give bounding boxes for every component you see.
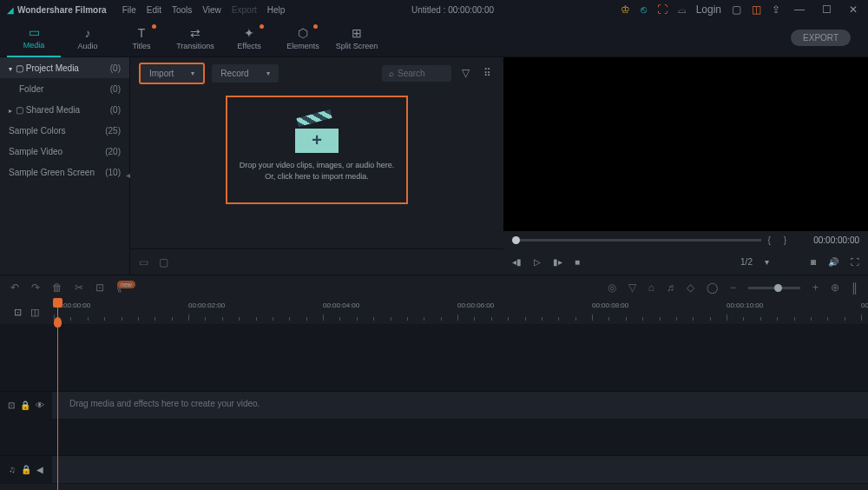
ruler-mark: 00:00:04:00 [323,301,359,309]
redo-button[interactable]: ↷ [31,281,40,294]
tab-effects[interactable]: ✦Effects [222,19,276,57]
gift-icon[interactable]: ⌓ [678,3,686,16]
menu-edit[interactable]: Edit [147,5,161,15]
collapse-sidebar-icon[interactable]: ◂ [126,170,130,180]
notification-icon[interactable]: ◫ [752,3,761,16]
ruler-mark: 00:00:06:00 [457,301,494,309]
snapshot-button[interactable]: ◙ [811,257,816,267]
fullscreen-button[interactable]: ⛶ [851,257,859,267]
import-dropdown[interactable]: Import▾ [139,63,205,84]
menu-export[interactable]: Export [232,5,257,15]
cart-icon[interactable]: ⛶ [657,3,667,16]
save-icon[interactable]: ▢ [732,3,741,16]
close-button[interactable]: ✕ [845,3,861,16]
play-button[interactable]: ▷ [534,257,541,267]
preview-video[interactable] [503,57,868,231]
record-button[interactable]: ◯ [707,281,718,294]
crop-button[interactable]: ⊡ [95,281,104,294]
preview-timecode: 00:00:00:00 [799,235,859,245]
media-icon: ▭ [29,25,40,39]
folder-icon[interactable]: ▢ [159,256,168,268]
sidebar-item-folder[interactable]: Folder(0) [0,78,129,99]
sidebar-item-sample-video[interactable]: Sample Video(20) [0,141,129,162]
maximize-button[interactable]: ☐ [819,3,835,16]
stop-button[interactable]: ■ [575,257,580,267]
zoom-out-button[interactable]: − [730,281,736,294]
keyframe-button[interactable]: ◇ [687,281,694,294]
menu-file[interactable]: File [122,5,136,15]
track-visibility-icon[interactable]: 👁 [36,401,44,410]
audio-track-1[interactable] [52,456,868,483]
mixer-button[interactable]: ♬ [667,281,674,294]
zoom-fit-button[interactable]: ⊕ [831,281,839,294]
titles-icon: T [138,26,146,40]
speed-button[interactable]: ⟪new [116,281,135,294]
record-dropdown[interactable]: Record▾ [212,64,278,83]
module-tabs: ▭Media ♪Audio TTitles ⇄Transitions ✦Effe… [0,19,868,57]
ruler-mark: 00:00:02:00 [188,301,225,309]
minimize-button[interactable]: — [791,3,808,16]
prev-frame-button[interactable]: ◂▮ [512,257,522,267]
chevron-down-icon[interactable]: ▾ [765,257,769,267]
sidebar-item-project-media[interactable]: ▾▢ Project Media(0) [0,57,129,78]
menu-tools[interactable]: Tools [172,5,192,15]
render-button[interactable]: ◎ [608,281,616,294]
chevron-down-icon: ▾ [191,70,194,77]
track-mute-icon[interactable]: ◀ [36,465,43,474]
preview-scrubber[interactable] [512,239,761,242]
next-frame-button[interactable]: ▮▸ [553,257,562,267]
account-icon[interactable]: ⇪ [772,3,780,16]
tab-elements[interactable]: ⬡Elements [276,19,330,57]
video-track-1[interactable]: Drag media and effects here to create yo… [52,392,868,419]
media-sidebar: ▾▢ Project Media(0) Folder(0) ▸▢ Shared … [0,57,130,275]
ruler-mark: 00:00:08:00 [592,301,628,309]
grid-view-icon[interactable]: ⠿ [480,67,495,79]
search-input[interactable]: ⌕Search [382,65,451,82]
project-title: Untitled : 00:00:00:00 [285,5,620,15]
timeline-settings-button[interactable]: ∥ [852,281,858,295]
voiceover-button[interactable]: ⌂ [648,281,654,294]
menu-help[interactable]: Help [267,5,286,15]
undo-button[interactable]: ↶ [10,281,19,294]
audio-track-head[interactable]: ♫🔒◀ [0,456,52,483]
split-screen-icon: ⊞ [352,26,362,40]
zoom-level[interactable]: 1/2 [740,257,753,267]
track-audio-icon[interactable]: ♫ [9,465,16,474]
mark-in-out-icon[interactable]: { } [768,235,792,245]
track-lock-icon[interactable]: 🔒 [21,465,31,474]
marker-button[interactable]: ▽ [628,281,636,294]
login-link[interactable]: Login [696,3,721,16]
timeline-view-toggle-icon[interactable]: ⊡ [14,307,22,318]
split-button[interactable]: ✂ [75,281,83,294]
volume-button[interactable]: 🔊 [828,257,838,267]
playhead[interactable] [57,300,58,490]
video-track-head[interactable]: ⊡🔒👁 [0,392,52,419]
timeline-options-icon[interactable]: ◫ [30,307,39,318]
chevron-down-icon: ▾ [266,70,270,77]
zoom-slider[interactable] [748,287,800,289]
tab-split-screen[interactable]: ⊞Split Screen [330,19,384,57]
tab-media[interactable]: ▭Media [7,19,61,57]
import-drop-zone[interactable]: + Drop your video clips, images, or audi… [226,96,408,204]
tab-titles[interactable]: TTitles [115,19,168,57]
export-button[interactable]: EXPORT [791,30,851,46]
transitions-icon: ⇄ [190,26,201,40]
zoom-in-button[interactable]: + [812,281,819,294]
tab-audio[interactable]: ♪Audio [61,19,115,57]
clapperboard-icon: + [295,118,339,153]
new-folder-icon[interactable]: ▭ [139,256,148,268]
sidebar-item-shared-media[interactable]: ▸▢ Shared Media(0) [0,99,129,120]
menu-view[interactable]: View [202,5,221,15]
timeline-ruler[interactable]: 00:00:00:0000:00:02:0000:00:04:0000:00:0… [52,300,868,324]
sidebar-item-sample-colors[interactable]: Sample Colors(25) [0,120,129,141]
crown-icon[interactable]: ♔ [621,3,630,16]
track-lock-icon[interactable]: 🔒 [20,401,30,410]
preview-panel: { } 00:00:00:00 ◂▮ ▷ ▮▸ ■ 1/2 ▾ ◙ 🔊 ⛶ [503,57,868,275]
sidebar-item-sample-green-screen[interactable]: Sample Green Screen(10) [0,162,129,182]
delete-button[interactable]: 🗑 [52,281,62,294]
filter-icon[interactable]: ▽ [458,67,473,79]
tab-transitions[interactable]: ⇄Transitions [168,19,222,57]
track-link-icon[interactable]: ⊡ [8,401,15,410]
chevron-down-icon: ▾ [9,65,12,73]
support-icon[interactable]: ⎋ [641,3,647,16]
